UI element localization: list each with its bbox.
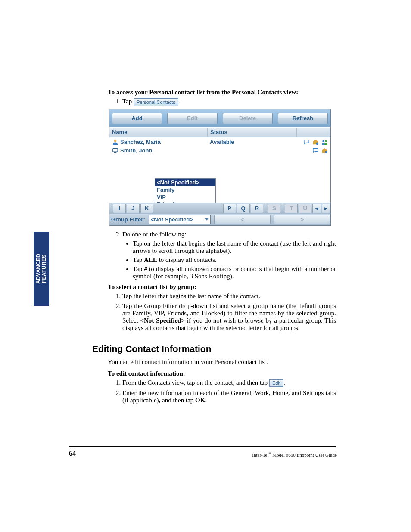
dropdown-option[interactable]: Family bbox=[155, 186, 215, 193]
group-filter-dropdown[interactable]: <Not Specified> bbox=[149, 215, 211, 224]
edit-step: Enter the new information in each of the… bbox=[122, 389, 336, 404]
footer-rule bbox=[69, 446, 336, 447]
person-icon bbox=[112, 139, 118, 145]
chat-icon bbox=[312, 147, 319, 154]
col-status[interactable]: Status bbox=[208, 128, 297, 137]
group-step: Tap the Group Filter drop-down list and … bbox=[122, 302, 336, 332]
edit-button[interactable]: Edit bbox=[167, 113, 217, 124]
contact-status: Available bbox=[207, 139, 296, 145]
table-row[interactable]: Smith, John bbox=[109, 146, 330, 155]
dropdown-option-selected[interactable]: <Not Specified> bbox=[155, 179, 215, 186]
device-icon bbox=[112, 147, 118, 154]
delete-button[interactable]: Delete bbox=[223, 113, 273, 124]
intro-heading: To access your Personal contact list fro… bbox=[108, 89, 336, 96]
svg-point-3 bbox=[325, 140, 327, 142]
col-name[interactable]: Name bbox=[109, 128, 208, 137]
chat-icon bbox=[303, 139, 310, 145]
contacts-screenshot: Add Edit Delete Refresh Name Status Sanc… bbox=[109, 109, 331, 226]
edit-step: From the Contacts view, tap on the conta… bbox=[122, 379, 336, 387]
contact-name: Sanchez, Maria bbox=[120, 139, 161, 145]
personal-contacts-button[interactable]: Personal Contacts bbox=[134, 98, 178, 106]
editing-sub: To edit contact information: bbox=[108, 370, 336, 377]
alpha-key-dim[interactable]: T bbox=[285, 204, 298, 213]
alpha-key[interactable]: J bbox=[127, 204, 140, 213]
voicemail-icon bbox=[312, 139, 319, 145]
alphabet-bar: I J K P Q R S T U ◂ ▸ bbox=[109, 203, 330, 214]
svg-rect-4 bbox=[113, 149, 118, 152]
dropdown-option[interactable]: VIP bbox=[155, 193, 215, 201]
bullet: Tap on the letter that begins the last n… bbox=[133, 240, 336, 255]
alpha-left-arrow[interactable]: ◂ bbox=[312, 204, 321, 213]
group-icon bbox=[321, 139, 328, 145]
edit-inline-button[interactable]: Edit bbox=[269, 379, 283, 387]
alpha-key[interactable]: P bbox=[223, 204, 236, 213]
group-heading: To select a contact list by group: bbox=[108, 283, 336, 291]
next-button[interactable]: > bbox=[274, 215, 330, 224]
alpha-key-dim[interactable]: U bbox=[299, 204, 311, 213]
prev-button[interactable]: < bbox=[214, 215, 271, 224]
group-step: Tap the letter that begins the last name… bbox=[122, 292, 336, 300]
col-icons bbox=[297, 128, 330, 137]
alpha-key-dim[interactable]: S bbox=[268, 204, 280, 213]
editing-intro: You can edit contact information in your… bbox=[108, 358, 336, 366]
add-button[interactable]: Add bbox=[112, 113, 162, 124]
section-tab-label: ADVANCED FEATURES bbox=[36, 254, 47, 284]
bullet: Tap ALL to display all contacts. bbox=[133, 256, 336, 264]
svg-point-1 bbox=[316, 143, 318, 145]
table-header: Name Status bbox=[109, 127, 330, 137]
svg-point-2 bbox=[322, 140, 324, 142]
alpha-key[interactable]: K bbox=[140, 204, 153, 213]
group-filter-label: Group Filter: bbox=[111, 216, 145, 223]
intro-step-2: Do one of the following: Tap on the lett… bbox=[122, 231, 336, 280]
page-number: 64 bbox=[69, 450, 76, 457]
footer-text: Inter-Tel® Model 8690 Endpoint User Guid… bbox=[252, 451, 337, 457]
alpha-right-arrow[interactable]: ▸ bbox=[322, 204, 330, 213]
svg-rect-5 bbox=[114, 152, 117, 153]
alpha-key[interactable]: I bbox=[113, 204, 126, 213]
intro-step-1: Tap Personal Contacts. bbox=[122, 98, 336, 106]
voicemail-icon bbox=[321, 147, 328, 154]
editing-heading: Editing Contact Information bbox=[92, 344, 336, 354]
contact-name: Smith, John bbox=[120, 147, 152, 154]
refresh-button[interactable]: Refresh bbox=[278, 113, 328, 124]
section-tab: ADVANCED FEATURES bbox=[34, 232, 49, 306]
alpha-key[interactable]: Q bbox=[237, 204, 250, 213]
bullet: Tap # to display all unknown contacts or… bbox=[133, 265, 336, 280]
table-row[interactable]: Sanchez, Maria Available bbox=[109, 138, 330, 146]
svg-point-0 bbox=[114, 140, 117, 142]
alpha-key[interactable]: R bbox=[251, 204, 264, 213]
svg-point-6 bbox=[325, 151, 327, 154]
